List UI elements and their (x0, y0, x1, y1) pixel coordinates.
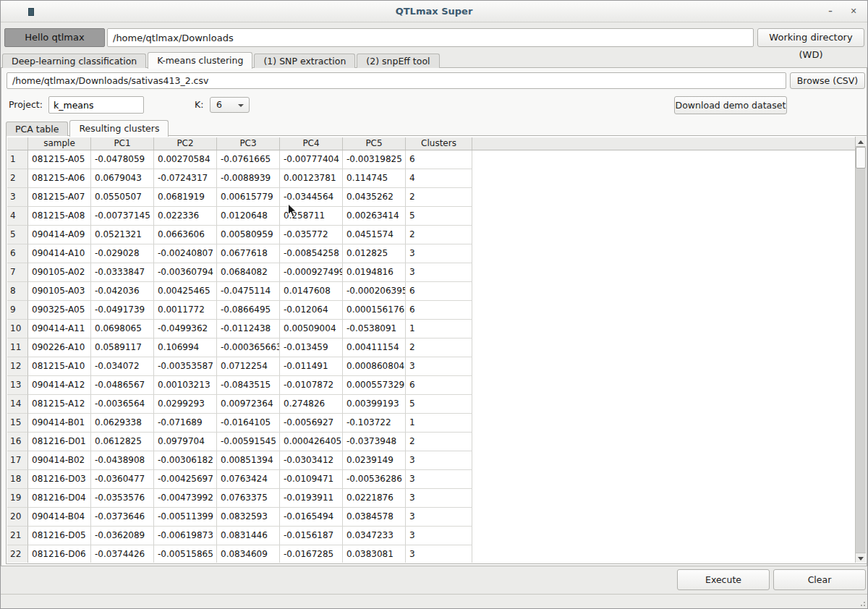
table-row[interactable]: 14081215-A12-0.00365640.02992930.0097236… (7, 395, 855, 414)
column-header-pc2[interactable]: PC2 (154, 137, 217, 150)
csv-path-input[interactable] (7, 72, 786, 89)
table-row[interactable]: 1081215-A05-0.04780590.00270584-0.076166… (7, 150, 855, 169)
column-header-pc1[interactable]: PC1 (91, 137, 154, 150)
table-cell: 0.0712254 (217, 357, 280, 376)
table-cell: 0.0550507 (91, 188, 154, 207)
row-number-cell: 20 (7, 508, 28, 527)
table-cell: -0.00591545 (217, 433, 280, 451)
hello-user-button[interactable]: Hello qtlmax (4, 28, 105, 47)
triangle-down-icon (858, 557, 864, 561)
row-filler (472, 244, 855, 263)
table-row[interactable]: 8090105-A03-0.0420360.00425465-0.0475114… (7, 282, 855, 301)
tab-kmeans-clustering[interactable]: K-means clustering (148, 52, 252, 69)
table-row[interactable]: 16081216-D010.06128250.0979704-0.0059154… (7, 433, 855, 451)
table-cell: 0.0831446 (217, 527, 280, 545)
table-row[interactable]: 9090325-A05-0.04917390.0011772-0.0866495… (7, 301, 855, 320)
row-filler (472, 301, 855, 320)
table-cell: 0.106994 (154, 338, 217, 357)
table-row[interactable]: 2081215-A060.0679043-0.0724317-0.0088939… (7, 169, 855, 188)
table-row[interactable]: 10090414-A110.0698065-0.0499362-0.011243… (7, 320, 855, 338)
row-number-cell: 9 (7, 301, 28, 320)
table-cell: 0.0834609 (217, 545, 280, 563)
tab-deep-learning-classification[interactable]: Deep-learning classification (2, 54, 146, 68)
table-cell: -0.071689 (154, 414, 217, 433)
table-row[interactable]: 12081215-A10-0.034072-0.003535870.071225… (7, 357, 855, 376)
column-header-pc4[interactable]: PC4 (280, 137, 343, 150)
row-number-cell: 7 (7, 263, 28, 282)
row-number-cell: 15 (7, 414, 28, 433)
scrollbar-thumb[interactable] (856, 147, 866, 169)
row-filler (472, 188, 855, 207)
vertical-scrollbar[interactable] (855, 137, 866, 563)
table-cell: 0.000156176 (343, 301, 406, 320)
minimize-button[interactable]: – (822, 5, 838, 18)
column-header-pc5[interactable]: PC5 (343, 137, 406, 150)
row-filler (472, 451, 855, 470)
tab-snpeff-tool[interactable]: (2) snpEff tool (357, 54, 439, 68)
table-cell: 081216-D04 (28, 489, 91, 508)
main-tabs: Deep-learning classification K-means clu… (2, 51, 441, 68)
table-cell: 2 (406, 188, 472, 207)
resize-grip-icon[interactable] (859, 600, 865, 606)
table-row[interactable]: 17090414-B02-0.0438908-0.003061820.00851… (7, 451, 855, 470)
table-cell: 0.0451574 (343, 226, 406, 244)
table-cell: 090414-A10 (28, 244, 91, 263)
table-cell: 3 (406, 545, 472, 563)
table-row[interactable]: 19081216-D04-0.0353576-0.004739920.07633… (7, 489, 855, 508)
table-cell: -0.012064 (280, 301, 343, 320)
table-row[interactable]: 15090414-B010.0629338-0.071689-0.0164105… (7, 414, 855, 433)
row-number-cell: 13 (7, 376, 28, 395)
table-cell: 0.0383081 (343, 545, 406, 563)
table-cell: -0.0156187 (280, 527, 343, 545)
k-label: K: (195, 99, 203, 110)
table-row[interactable]: 11090226-A100.05891170.106994-0.00036566… (7, 338, 855, 357)
k-value-dropdown[interactable]: 6 (210, 97, 250, 113)
table-row[interactable]: 3081215-A070.05505070.06819190.00615779-… (7, 188, 855, 207)
row-filler (472, 545, 855, 563)
table-row[interactable]: 20090414-B04-0.0373646-0.005113990.08325… (7, 508, 855, 527)
working-directory-input[interactable] (107, 28, 754, 47)
column-header-sample[interactable]: sample (28, 137, 91, 150)
table-row[interactable]: 22081216-D06-0.0374426-0.005158650.08346… (7, 545, 855, 563)
table-cell: 3 (406, 451, 472, 470)
table-cell: 0.022336 (154, 207, 217, 226)
table-cell: 0.0677618 (217, 244, 280, 263)
table-cell: 0.0684082 (217, 263, 280, 282)
table-cell: -0.00240807 (154, 244, 217, 263)
table-cell: -0.013459 (280, 338, 343, 357)
column-header-pc3[interactable]: PC3 (217, 137, 280, 150)
execute-button[interactable]: Execute (677, 569, 770, 590)
table-row[interactable]: 6090414-A10-0.029028-0.002408070.0677618… (7, 244, 855, 263)
clear-button[interactable]: Clear (773, 569, 866, 590)
close-button[interactable]: ✕ (846, 5, 861, 18)
column-header-rownum[interactable] (7, 137, 28, 150)
table-row[interactable]: 5090414-A090.05213210.06636060.00580959-… (7, 226, 855, 244)
table-cell: -0.00353587 (154, 357, 217, 376)
table-row[interactable]: 4081215-A08-0.007371450.0223360.01206480… (7, 207, 855, 226)
tab-snp-extraction[interactable]: (1) SNP extraction (254, 54, 355, 68)
scroll-up-button[interactable] (856, 137, 866, 147)
table-row[interactable]: 7090105-A02-0.0333847-0.003607940.068408… (7, 263, 855, 282)
table-cell: -0.042036 (91, 282, 154, 301)
working-directory-button[interactable]: Working directory (WD) (757, 28, 864, 47)
table-cell: 090414-A09 (28, 226, 91, 244)
table-row[interactable]: 18081216-D03-0.0360477-0.004256970.07634… (7, 470, 855, 489)
browse-csv-button[interactable]: Browse (CSV) (790, 72, 865, 89)
column-header-clusters[interactable]: Clusters (406, 137, 472, 150)
scroll-down-button[interactable] (856, 553, 866, 563)
table-cell: 1 (406, 414, 472, 433)
table-cell: 0.0347233 (343, 527, 406, 545)
subtab-resulting-clusters[interactable]: Resulting clusters (69, 120, 169, 137)
table-cell: -0.00737145 (91, 207, 154, 226)
subtab-pca-table[interactable]: PCA table (6, 122, 68, 136)
table-row[interactable]: 21081216-D05-0.0362089-0.006198730.08314… (7, 527, 855, 545)
download-demo-button[interactable]: Download demo dataset (674, 96, 787, 114)
table-row[interactable]: 13090414-A12-0.04865670.00103213-0.08435… (7, 376, 855, 395)
table-cell: -0.0193911 (280, 489, 343, 508)
table-cell: 0.0589117 (91, 338, 154, 357)
project-name-input[interactable] (48, 96, 144, 114)
table-cell: 090414-A12 (28, 376, 91, 395)
table-cell: -0.00854258 (280, 244, 343, 263)
table-cell: 0.0698065 (91, 320, 154, 338)
row-filler (472, 433, 855, 451)
